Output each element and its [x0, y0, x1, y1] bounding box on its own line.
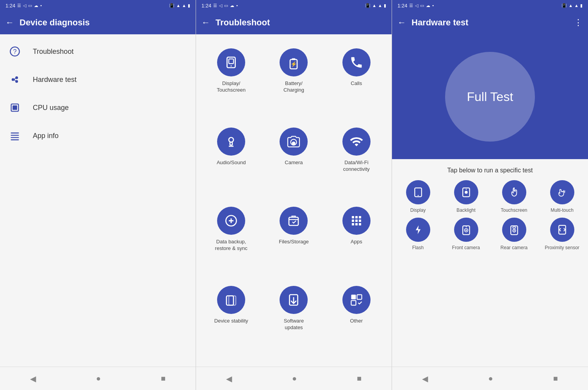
grid-item-software[interactable]: Softwareupdates: [262, 280, 325, 359]
hardware-content: Full Test Tap below to run a specific te…: [392, 34, 588, 367]
back-button-2[interactable]: ←: [201, 18, 210, 28]
grid-item-audio[interactable]: Audio/Sound: [200, 121, 262, 200]
test-item-touchscreen[interactable]: Touchscreen: [492, 180, 536, 214]
test-rear-camera-icon: [502, 218, 526, 242]
dot-icon-3: •: [432, 3, 434, 8]
test-flash-icon: [406, 218, 430, 242]
grid-item-apps[interactable]: Apps: [325, 200, 388, 280]
test-item-proximity[interactable]: Proximity sensor: [540, 218, 584, 251]
wifi-icon: [342, 128, 371, 156]
svg-rect-34: [355, 223, 358, 225]
nav-recent-3[interactable]: ■: [549, 370, 562, 387]
tap-instruction: Tap below to run a specific test: [396, 167, 584, 174]
svg-rect-39: [351, 295, 356, 300]
nav-home-1[interactable]: ●: [92, 370, 105, 387]
back-button-3[interactable]: ←: [397, 18, 406, 28]
wifi-3: ▲: [568, 3, 573, 8]
app-title-2: Troubleshoot: [216, 18, 386, 28]
test-item-flash[interactable]: Flash: [396, 218, 440, 251]
signal-3: ▲: [574, 3, 579, 8]
svg-rect-20: [230, 142, 232, 145]
nav-bar-3: ◀ ● ■: [392, 367, 588, 390]
test-touchscreen-icon: [502, 180, 526, 204]
test-item-multitouch[interactable]: Multi-touch: [540, 180, 584, 214]
menu-item-appinfo[interactable]: App info: [0, 122, 196, 150]
svg-rect-35: [359, 223, 361, 225]
svg-rect-36: [226, 296, 233, 305]
test-label-proximity: Proximity sensor: [545, 245, 579, 251]
svg-text:?: ?: [13, 48, 16, 55]
files-icon: [280, 207, 308, 235]
nav-recent-1[interactable]: ■: [157, 370, 169, 387]
back-button-1[interactable]: ←: [5, 18, 14, 28]
grid-item-other[interactable]: Other: [325, 280, 388, 359]
more-options-button[interactable]: ⋮: [574, 18, 583, 28]
label-files: Files/Storage: [279, 239, 309, 245]
stability-icon: [217, 286, 245, 314]
status-time-3: 1:24: [397, 3, 407, 9]
svg-point-22: [292, 142, 296, 145]
audio-icon: [217, 128, 245, 156]
svg-point-51: [465, 229, 467, 231]
test-label-touchscreen: Touchscreen: [501, 207, 527, 214]
wifi-2: ▲: [372, 3, 376, 8]
menu-label-hardware: Hardware test: [33, 76, 77, 84]
software-icon: [280, 286, 308, 314]
label-calls: Calls: [351, 80, 362, 87]
menu-item-hardware[interactable]: Hardware test: [0, 66, 196, 94]
grid-item-backup[interactable]: Data backup,restore & sync: [200, 200, 262, 280]
status-bar-3: 1:24 ☰ ◁ ▭ ☁ • 📳 ▲ ▲ ▮: [392, 0, 588, 11]
display-icon: [217, 48, 245, 76]
svg-rect-8: [12, 105, 17, 110]
nav-home-2[interactable]: ●: [288, 370, 301, 387]
menu-label-appinfo: App info: [33, 132, 59, 140]
grid-item-display[interactable]: Display/Touchscreen: [200, 42, 262, 121]
dot-icon-2: •: [236, 3, 238, 8]
svg-rect-26: [289, 217, 298, 225]
menu-label-cpu: CPU usage: [33, 104, 69, 112]
panel-device-diagnosis: 1:24 ☰ ◁ ▭ ☁ • 📳 ▲ ▲ ▮ ← Device diagnosi…: [0, 0, 196, 390]
label-display: Display/Touchscreen: [217, 80, 246, 94]
svg-marker-47: [415, 225, 421, 234]
grid-item-stability[interactable]: Device stability: [200, 280, 262, 359]
grid-item-files[interactable]: Files/Storage: [262, 200, 325, 280]
test-item-backlight[interactable]: Backlight: [444, 180, 488, 214]
nav-bar-1: ◀ ● ■: [0, 367, 196, 390]
signal-2: ▲: [378, 3, 382, 8]
nav-back-2[interactable]: ◀: [222, 370, 236, 387]
grid-item-camera[interactable]: Camera: [262, 121, 325, 200]
cast-icon-3: ▭: [420, 3, 424, 8]
full-test-area: Full Test: [392, 34, 588, 159]
svg-point-19: [229, 138, 233, 142]
menu-item-troubleshoot[interactable]: ? Troubleshoot: [0, 37, 196, 66]
test-front-camera-icon: [454, 218, 478, 242]
nav-home-3[interactable]: ●: [484, 370, 497, 387]
test-icons-grid: Display Backlight: [396, 180, 584, 251]
svg-point-45: [465, 191, 468, 194]
app-bar-1: ← Device diagnosis: [0, 11, 196, 34]
cloud-icon-3: ☁: [426, 3, 430, 8]
battery-icon: ⚡: [280, 48, 308, 76]
svg-rect-17: [292, 58, 296, 60]
menu-item-cpu[interactable]: CPU usage: [0, 94, 196, 122]
battery-2: ▮: [384, 3, 386, 8]
panel-troubleshoot: 1:24 ☰ ◁ ▭ ☁ • 📳 ▲ ▲ ▮ ← Troubleshoot: [196, 0, 392, 390]
full-test-button[interactable]: Full Test: [445, 52, 535, 142]
troubleshoot-icon: ?: [8, 44, 22, 58]
calls-icon: [342, 48, 371, 76]
full-test-label: Full Test: [467, 90, 513, 104]
dot-icon-1: •: [40, 3, 42, 8]
status-left-2: 1:24 ☰ ◁ ▭ ☁ •: [201, 3, 238, 9]
test-item-rear-camera[interactable]: Rear camera: [492, 218, 536, 251]
hardware-icon: [8, 73, 22, 87]
grid-item-battery[interactable]: ⚡ Battery/Charging: [262, 42, 325, 121]
test-item-front-camera[interactable]: Front camera: [444, 218, 488, 251]
svg-rect-10: [11, 135, 19, 136]
grid-item-wifi[interactable]: Data/Wi-Ficonnectivity: [325, 121, 388, 200]
nav-recent-2[interactable]: ■: [353, 370, 365, 387]
grid-item-calls[interactable]: Calls: [325, 42, 388, 121]
nav-back-1[interactable]: ◀: [26, 370, 40, 387]
test-item-display[interactable]: Display: [396, 180, 440, 214]
nav-back-3[interactable]: ◀: [418, 370, 432, 387]
label-wifi: Data/Wi-Ficonnectivity: [343, 160, 370, 173]
